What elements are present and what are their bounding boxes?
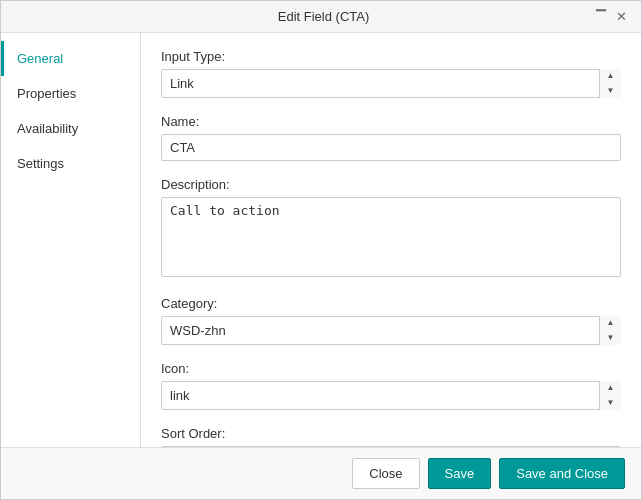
sidebar-item-settings[interactable]: Settings [1, 146, 140, 181]
name-group: Name: [161, 114, 621, 161]
category-group: Category: WSD-zhn Other ▲ ▼ [161, 296, 621, 345]
input-type-select[interactable]: Link Text Number Date Select [161, 69, 621, 98]
sidebar-item-availability[interactable]: Availability [1, 111, 140, 146]
edit-field-dialog: Edit Field (CTA) ▔ ✕ General Properties … [0, 0, 642, 500]
minimize-button[interactable]: ▔ [594, 10, 608, 23]
dialog-body: General Properties Availability Settings… [1, 33, 641, 447]
main-content: Input Type: Link Text Number Date Select… [141, 33, 641, 447]
save-button[interactable]: Save [428, 458, 492, 489]
sort-order-group: Sort Order: [161, 426, 621, 447]
sidebar-item-general[interactable]: General [1, 41, 140, 76]
category-select-wrapper: WSD-zhn Other ▲ ▼ [161, 316, 621, 345]
category-label: Category: [161, 296, 621, 311]
category-select[interactable]: WSD-zhn Other [161, 316, 621, 345]
icon-select[interactable]: link text calendar list [161, 381, 621, 410]
description-textarea[interactable]: Call to action [161, 197, 621, 277]
sort-order-label: Sort Order: [161, 426, 621, 441]
sidebar-item-properties[interactable]: Properties [1, 76, 140, 111]
sidebar: General Properties Availability Settings [1, 33, 141, 447]
input-type-group: Input Type: Link Text Number Date Select… [161, 49, 621, 98]
input-type-select-wrapper: Link Text Number Date Select ▲ ▼ [161, 69, 621, 98]
description-group: Description: Call to action [161, 177, 621, 280]
dialog-footer: Close Save Save and Close [1, 447, 641, 499]
input-type-label: Input Type: [161, 49, 621, 64]
header-controls: ▔ ✕ [594, 10, 629, 23]
close-header-button[interactable]: ✕ [614, 10, 629, 23]
name-label: Name: [161, 114, 621, 129]
name-input[interactable] [161, 134, 621, 161]
icon-select-wrapper: link text calendar list ▲ ▼ [161, 381, 621, 410]
description-label: Description: [161, 177, 621, 192]
dialog-title: Edit Field (CTA) [53, 9, 594, 24]
icon-label: Icon: [161, 361, 621, 376]
dialog-header: Edit Field (CTA) ▔ ✕ [1, 1, 641, 33]
close-button[interactable]: Close [352, 458, 419, 489]
icon-group: Icon: link text calendar list ▲ ▼ [161, 361, 621, 410]
save-and-close-button[interactable]: Save and Close [499, 458, 625, 489]
